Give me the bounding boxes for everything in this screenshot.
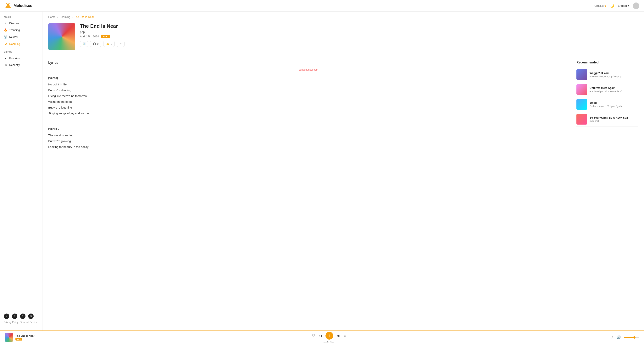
lyrics-title: Lyrics [48,61,569,65]
song-cover [48,23,75,50]
share-button[interactable]: ↗ [116,41,124,47]
rec-tags-until: emotional pop with elements of... [590,90,638,93]
lyrics-line-1: No point in life [48,82,569,87]
logo-icon [5,2,12,9]
like-count: 1 [110,42,112,45]
privacy-link[interactable]: Privacy Policy [4,321,18,324]
song-genre: pop [80,30,638,33]
credits-value: 0 [604,4,606,7]
breadcrumb: Home › Roaming › The End Is Near [48,15,638,18]
language-selector[interactable]: English ▾ [618,4,629,7]
rec-item-waggin[interactable]: Waggin' at You male vocalist,rock,pop,70… [576,67,638,82]
svg-line-3 [9,3,10,4]
email-icon[interactable]: ✉ [28,314,34,319]
library-section-title: Library [0,50,42,55]
share-icon: ↗ [120,42,122,45]
song-date: April 17th, 2024 [80,35,99,38]
svg-point-1 [7,3,9,5]
rec-cover-waggin [576,69,587,80]
chart-button[interactable]: 📊 [80,41,88,47]
player-right: ↗ 🔊 [610,335,639,340]
share-player-button[interactable]: ↗ [610,335,614,340]
like-button[interactable]: 👍 1 [103,41,115,47]
sidebar-item-recently[interactable]: ⊕ Recently [0,61,42,68]
rec-tags-yolcu: G-sharp major, 109 bpm, Synth... [590,105,638,108]
rec-item-yolcu[interactable]: Yolcu G-sharp major, 109 bpm, Synth... [576,97,638,112]
rec-item-until[interactable]: Until We Meet Again emotional pop with e… [576,82,638,97]
prev-button[interactable]: ⏮ [318,334,322,338]
lyrics-text: [Verse] No point in life But we're danci… [48,75,569,150]
song-info: The End Is Near pop April 17th, 2024 sun… [80,23,638,47]
music-section-title: Music [0,15,42,20]
player-source-badge: suno [16,338,22,341]
lyrics-verse2-label: [Verse 2] [48,126,569,132]
recommended-title: Recommended [576,61,638,64]
listen-count: 0 [97,42,98,45]
header-right: Credits: 0 🌙 English ▾ [594,2,639,9]
rec-item-rockstar[interactable]: So You Wanna Be A Rock Star indie rock [576,112,638,127]
lyrics-verse1-label: [Verse] [48,75,569,81]
headphones-icon: 🎧 [93,42,96,45]
twitter-icon[interactable]: 𝕏 [4,314,9,319]
roaming-icon: 🗂 [4,42,7,45]
product-hunt-icon[interactable]: P [12,314,17,319]
sidebar-item-roaming[interactable]: 🗂 Roaming [0,40,42,47]
credits: Credits: 0 [594,4,606,7]
play-pause-button[interactable]: ⏸ [326,332,333,340]
content-area: Home › Roaming › The End Is Near The End… [42,11,644,331]
logo[interactable]: Melodisco [5,2,32,9]
svg-line-2 [6,3,7,4]
player-buttons: ♡ ⏮ ⏸ ⏭ ≡ [312,332,346,340]
favorite-button[interactable]: ♡ [312,334,315,338]
player-time-current: 1:14 [323,340,328,343]
user-avatar[interactable] [633,2,639,9]
listen-button[interactable]: 🎧 0 [90,41,101,47]
thumbs-up-icon: 👍 [106,42,109,45]
player-controls: ♡ ⏮ ⏸ ⏭ ≡ 1:14 / 4:00 [51,332,607,343]
rec-name-rockstar: So You Wanna Be A Rock Star [590,116,638,119]
sidebar: Music ♪ Discover 🔥 Trending 📡 Newest 🗂 R… [0,11,42,331]
social-icons: 𝕏 P 🗑 ✉ [4,314,38,319]
discover-icon: ♪ [4,22,7,25]
footer-links: Privacy Policy Terms of Service [4,321,38,324]
lyrics-line-3: Living like there's no tomorrow [48,93,569,99]
volume-slider[interactable] [624,337,639,338]
theme-toggle[interactable]: 🌙 [610,4,614,8]
breadcrumb-current: The End Is Near [74,15,94,18]
next-button[interactable]: ⏭ [337,334,340,338]
player-track-info: The End Is Near suno [16,334,34,341]
player-cover-image [5,333,13,342]
breadcrumb-roaming[interactable]: Roaming [60,15,70,18]
newest-icon: 📡 [4,35,7,39]
song-cover-image [48,23,75,50]
lyrics-line-8: But we're glowing [48,138,569,144]
trash-icon[interactable]: 🗑 [20,314,26,319]
terms-link[interactable]: Terms of Service [20,321,38,324]
rec-cover-yolcu [576,99,587,110]
rec-cover-until [576,84,587,95]
sidebar-item-discover[interactable]: ♪ Discover [0,20,42,27]
rec-info-rockstar: So You Wanna Be A Rock Star indie rock [590,116,638,122]
song-header: The End Is Near pop April 17th, 2024 sun… [48,23,638,55]
logo-text: Melodisco [14,3,32,8]
sidebar-item-trending[interactable]: 🔥 Trending [0,27,42,33]
lyrics-line-4: We're on the edge [48,99,569,105]
rec-name-yolcu: Yolcu [590,101,638,104]
rec-cover-rockstar [576,114,587,125]
rec-name-waggin: Waggin' at You [590,72,638,75]
breadcrumb-sep-1: › [57,15,58,18]
rec-tags-waggin: male vocalist,rock,pop,70s,pop... [590,75,638,78]
queue-button[interactable]: ≡ [344,334,346,338]
sidebar-item-newest[interactable]: 📡 Newest [0,33,42,40]
rec-info-until: Until We Meet Again emotional pop with e… [590,86,638,93]
volume-button[interactable]: 🔊 [616,335,621,340]
song-actions: 📊 🎧 0 👍 1 ↗ [80,41,638,47]
song-title: The End Is Near [80,23,638,29]
favorites-icon: ♥ [4,56,7,60]
breadcrumb-home[interactable]: Home [48,15,56,18]
recommended-section: Recommended Waggin' at You male vocalist… [576,61,638,150]
sidebar-item-favorites[interactable]: ♥ Favorites [0,55,42,61]
rec-info-waggin: Waggin' at You male vocalist,rock,pop,70… [590,72,638,78]
recently-icon: ⊕ [4,63,7,67]
lyrics-section: Lyrics songshuhezi.com [Verse] No point … [48,61,569,150]
